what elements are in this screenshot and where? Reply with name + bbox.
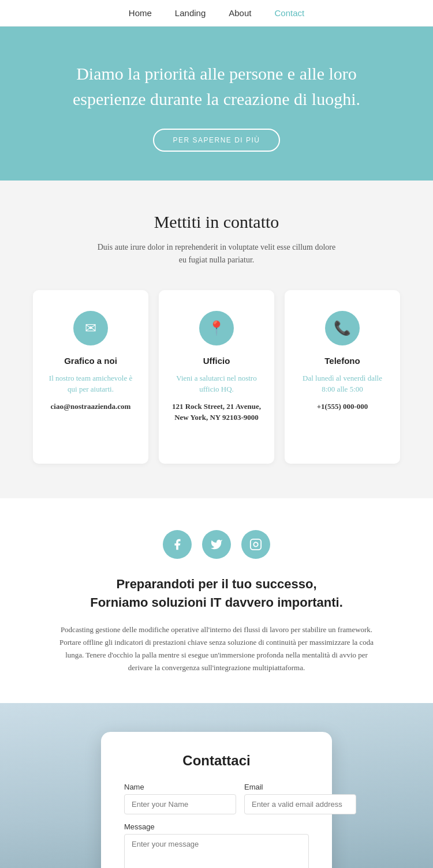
navigation: Home Landing About Contact (0, 0, 433, 27)
name-input[interactable] (124, 794, 236, 814)
form-section: Contattaci Name Email Message Gallery (0, 703, 433, 868)
hero-section: Diamo la priorità alle persone e alle lo… (0, 27, 433, 181)
card-office-title: Ufficio (171, 356, 262, 366)
svg-rect-0 (251, 539, 261, 550)
hero-title: Diamo la priorità alle persone e alle lo… (46, 61, 387, 111)
form-group-name: Name (124, 783, 236, 814)
hero-button[interactable]: PER SAPERNE DI PIÙ (153, 129, 279, 152)
message-textarea[interactable] (124, 834, 309, 868)
email-icon: ✉ (73, 311, 108, 345)
facebook-icon[interactable] (163, 530, 192, 559)
card-email: ✉ Grafico a noi Il nostro team amichevol… (33, 290, 148, 464)
location-icon: 📍 (199, 311, 234, 345)
card-phone-detail: +1(555) 000-000 (297, 401, 387, 412)
card-office-desc: Vieni a salutarci nel nostro ufficio HQ. (171, 373, 262, 395)
twitter-icon[interactable] (202, 530, 231, 559)
nav-home[interactable]: Home (129, 8, 152, 18)
social-icons (46, 530, 387, 559)
card-phone-desc: Dal lunedì al venerdì dalle 8:00 alle 5:… (297, 373, 387, 395)
name-label: Name (124, 783, 236, 791)
form-group-message: Message (124, 822, 309, 868)
contact-cards-section: Mettiti in contatto Duis aute irure dolo… (0, 181, 433, 498)
social-pitch-section: Preparandoti per il tuo successo,Forniam… (0, 498, 433, 703)
form-title: Contattaci (124, 753, 309, 769)
phone-icon: 📞 (325, 311, 360, 345)
card-office-detail: 121 Rock Street, 21 Avenue, New York, NY… (171, 401, 262, 423)
email-label: Email (244, 783, 356, 791)
pitch-text: Podcasting gestione delle modifiche oper… (55, 623, 378, 674)
pitch-title: Preparandoti per il tuo successo,Forniam… (46, 575, 387, 612)
contact-form-card: Contattaci Name Email Message Gallery (101, 732, 332, 868)
form-row-name-email: Name Email (124, 783, 309, 814)
card-office: 📍 Ufficio Vieni a salutarci nel nostro u… (159, 290, 274, 464)
nav-contact[interactable]: Contact (274, 8, 304, 18)
contact-cards: ✉ Grafico a noi Il nostro team amichevol… (29, 290, 404, 464)
nav-about[interactable]: About (229, 8, 251, 18)
card-email-desc: Il nostro team amichevole è qui per aiut… (46, 373, 136, 395)
contact-title: Mettiti in contatto (29, 212, 404, 232)
card-email-detail: ciao@nostraazienda.com (46, 401, 136, 412)
card-phone: 📞 Telefono Dal lunedì al venerdì dalle 8… (285, 290, 400, 464)
message-label: Message (124, 822, 309, 831)
email-input[interactable] (244, 794, 356, 814)
card-phone-title: Telefono (297, 356, 387, 366)
instagram-icon[interactable] (241, 530, 270, 559)
card-email-title: Grafico a noi (46, 356, 136, 366)
form-group-email: Email (244, 783, 356, 814)
nav-landing[interactable]: Landing (175, 8, 206, 18)
contact-subtitle: Duis aute irure dolor in reprehenderit i… (95, 241, 338, 267)
